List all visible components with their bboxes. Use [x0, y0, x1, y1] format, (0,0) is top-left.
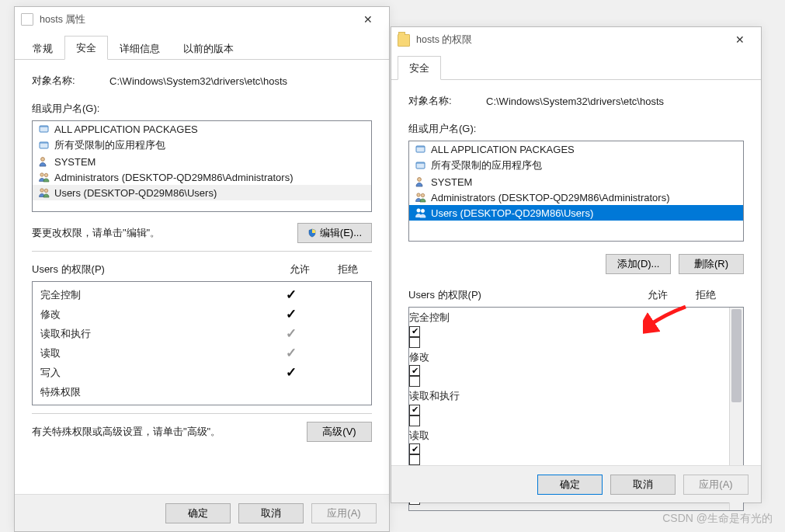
- list-item-label: Administrators (DESKTOP-QD29M86\Administ…: [54, 172, 294, 183]
- list-item[interactable]: Users (DESKTOP-QD29M86\Users): [33, 185, 371, 200]
- tab-security[interactable]: 安全: [398, 56, 441, 80]
- perm-row: 读取和执行: [409, 389, 729, 429]
- advanced-button[interactable]: 高级(V): [307, 422, 372, 442]
- list-item-label: Users (DESKTOP-QD29M86\Users): [54, 187, 217, 199]
- group-label: 组或用户名(G):: [408, 122, 744, 136]
- edit-hint: 要更改权限，请单击"编辑"。: [32, 226, 297, 240]
- perm-allow: ✓: [267, 308, 315, 321]
- perm-row: 写入✓: [33, 363, 371, 382]
- pkg-icon: [37, 139, 51, 151]
- user-icon: [37, 155, 51, 168]
- group-label: 组或用户名(G):: [32, 102, 372, 116]
- list-item[interactable]: Administrators (DESKTOP-QD29M86\Administ…: [33, 169, 371, 185]
- perm-row: 读取: [409, 429, 729, 468]
- list-item[interactable]: SYSTEM: [409, 174, 743, 190]
- perm-name: 读取和执行: [409, 389, 729, 403]
- remove-button[interactable]: 删除(R): [679, 254, 744, 274]
- perm-title: Users 的权限(P): [408, 288, 634, 302]
- tabstrip: 安全: [391, 52, 761, 80]
- user-icon: [414, 176, 428, 188]
- perm-name: 完全控制: [40, 288, 267, 302]
- cancel-button[interactable]: 取消: [610, 475, 676, 495]
- pkg-icon: [414, 159, 428, 172]
- dialog-footer: 确定 取消 应用(A): [15, 494, 389, 531]
- ok-button[interactable]: 确定: [537, 475, 603, 495]
- list-item[interactable]: ALL APPLICATION PACKAGES: [33, 121, 371, 137]
- permissions-dialog: hosts 的权限 ✕ 安全 对象名称: C:\Windows\System32…: [391, 26, 762, 503]
- perm-row: 修改: [409, 350, 729, 390]
- apply-button[interactable]: 应用(A): [311, 503, 377, 523]
- perm-name: 完全控制: [409, 311, 729, 325]
- object-name-label: 对象名称:: [32, 74, 109, 88]
- pkg-icon: [37, 123, 51, 135]
- object-path: C:\Windows\System32\drivers\etc\hosts: [486, 96, 744, 107]
- perm-name: 修改: [409, 350, 729, 364]
- perm-allow-checkbox[interactable]: [409, 443, 729, 455]
- properties-dialog: hosts 属性 ✕ 常规 安全 详细信息 以前的版本 对象名称: C:\Win…: [14, 6, 390, 532]
- window-title: hosts 的权限: [416, 33, 724, 47]
- perm-allow: ✓: [267, 327, 315, 340]
- perm-row: 修改✓: [33, 304, 371, 324]
- perm-name: 读取: [40, 346, 267, 360]
- close-button[interactable]: ✕: [352, 9, 384, 30]
- tab-details[interactable]: 详细信息: [108, 37, 172, 60]
- perm-allow: ✓: [267, 346, 315, 360]
- apply-button[interactable]: 应用(A): [683, 475, 749, 495]
- perm-name: 特殊权限: [40, 385, 267, 399]
- column-allow: 允许: [634, 288, 682, 302]
- column-deny: 拒绝: [682, 288, 730, 302]
- cancel-button[interactable]: 取消: [238, 503, 304, 523]
- separator: [32, 413, 372, 414]
- group-icon: [414, 207, 428, 219]
- perm-deny-checkbox[interactable]: [409, 337, 729, 350]
- group-icon: [37, 171, 51, 183]
- group-list[interactable]: ALL APPLICATION PACKAGES 所有受限制的应用程序包 SYS…: [408, 141, 744, 242]
- tab-content: 对象名称: C:\Windows\System32\drivers\etc\ho…: [391, 80, 761, 519]
- scrollbar-thumb[interactable]: [731, 309, 742, 402]
- ok-button[interactable]: 确定: [165, 503, 231, 523]
- list-item[interactable]: Users (DESKTOP-QD29M86\Users): [409, 205, 743, 221]
- list-item[interactable]: 所有受限制的应用程序包: [409, 157, 743, 174]
- list-item-label: 所有受限制的应用程序包: [431, 158, 542, 172]
- list-item[interactable]: 所有受限制的应用程序包: [33, 137, 371, 154]
- list-item[interactable]: Administrators (DESKTOP-QD29M86\Administ…: [409, 190, 743, 205]
- perm-name: 读取和执行: [40, 327, 267, 341]
- edit-button[interactable]: 编辑(E)...: [297, 223, 372, 243]
- column-allow: 允许: [276, 263, 324, 276]
- perm-name: 写入: [40, 366, 267, 380]
- perm-allow: ✓: [267, 366, 315, 379]
- titlebar: hosts 属性 ✕: [15, 7, 389, 32]
- tab-content: 对象名称: C:\Windows\System32\drivers\etc\ho…: [15, 60, 389, 450]
- close-button[interactable]: ✕: [724, 29, 756, 50]
- tab-security[interactable]: 安全: [64, 36, 108, 60]
- perm-allow-checkbox[interactable]: [409, 325, 729, 337]
- list-item-label: SYSTEM: [431, 176, 472, 188]
- list-item-label: ALL APPLICATION PACKAGES: [54, 123, 198, 135]
- object-name-label: 对象名称:: [408, 94, 486, 108]
- perm-deny-checkbox[interactable]: [409, 416, 729, 429]
- object-path: C:\Windows\System32\drivers\etc\hosts: [109, 75, 372, 87]
- shield-icon: [307, 228, 317, 238]
- list-item-label: Administrators (DESKTOP-QD29M86\Administ…: [431, 192, 670, 203]
- perm-row: 完全控制: [409, 311, 729, 350]
- window-title: hosts 属性: [40, 13, 352, 26]
- perm-allow: ✓: [267, 288, 315, 301]
- list-item[interactable]: SYSTEM: [33, 154, 371, 169]
- tab-previous-versions[interactable]: 以前的版本: [172, 37, 245, 60]
- list-item-label: ALL APPLICATION PACKAGES: [431, 144, 575, 155]
- dialog-footer: 确定 取消 应用(A): [391, 465, 761, 502]
- column-deny: 拒绝: [324, 263, 372, 276]
- list-item[interactable]: ALL APPLICATION PACKAGES: [409, 141, 743, 157]
- perm-deny-checkbox[interactable]: [409, 376, 729, 389]
- group-list[interactable]: ALL APPLICATION PACKAGES 所有受限制的应用程序包 SYS…: [32, 120, 372, 212]
- tab-general[interactable]: 常规: [21, 37, 64, 60]
- add-button[interactable]: 添加(D)...: [606, 254, 671, 274]
- list-item-label: 所有受限制的应用程序包: [54, 138, 165, 152]
- group-icon: [414, 191, 428, 203]
- edit-button-label: 编辑(E)...: [320, 226, 362, 240]
- perm-allow-checkbox[interactable]: [409, 364, 729, 377]
- separator: [32, 251, 372, 252]
- perm-allow-checkbox[interactable]: [409, 403, 729, 416]
- list-item-label: Users (DESKTOP-QD29M86\Users): [431, 207, 593, 219]
- folder-icon: [398, 34, 410, 47]
